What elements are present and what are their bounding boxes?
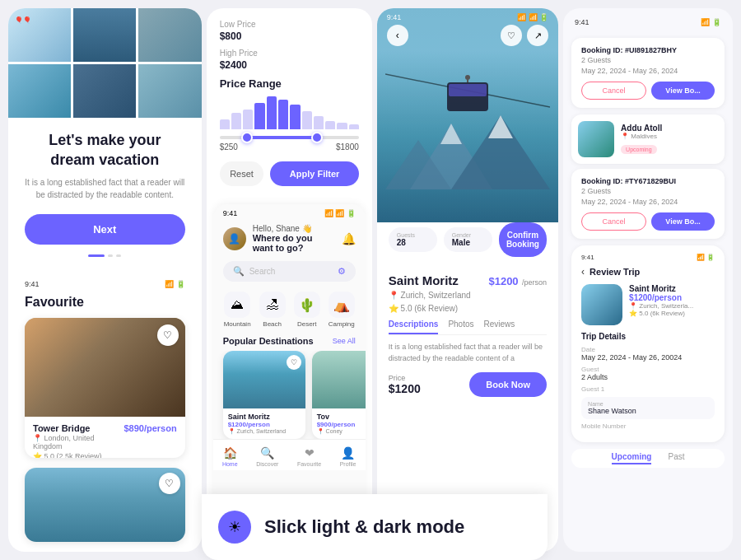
confirm-booking-button[interactable]: Confirm Booking: [499, 222, 547, 257]
filter-icon[interactable]: ⚙: [338, 266, 346, 277]
destination-card-1[interactable]: ♡ Saint Moritz $1200/person 📍 Zurich, Sw…: [223, 351, 305, 439]
ip-search-bar[interactable]: 🔍 Search ⚙: [223, 261, 356, 282]
view-button-2[interactable]: View Bo...: [651, 212, 715, 231]
second-card-image: ♡: [25, 468, 185, 542]
favourite-section: 9:41 📶 🔋 Favourite ♡ Tower Bridge 📍 Lond…: [8, 270, 202, 468]
low-price-value: $800: [220, 30, 359, 42]
tab-descriptions[interactable]: Descriptions: [389, 320, 439, 334]
dest-card-info-1: Saint Moritz $1200/person 📍 Zurich, Swit…: [223, 408, 305, 439]
high-price-label: High Price: [220, 49, 359, 58]
see-all-link[interactable]: See All: [333, 337, 356, 345]
bar-12: [349, 124, 359, 129]
nav-discover[interactable]: 🔍 Discover: [256, 446, 278, 467]
notification-bell[interactable]: 🔔: [342, 232, 356, 245]
booking-dates-2: May 22, 2024 - May 26, 2024: [581, 198, 715, 206]
favourite-card-details: Tower Bridge 📍 London, United Kingdom ⭐ …: [33, 423, 124, 458]
bar-8: [302, 111, 312, 129]
ip-time: 9:41: [223, 209, 238, 217]
onboarding-description: It is a long established fact that a rea…: [25, 176, 185, 201]
trip-details-title: Trip Details: [581, 332, 715, 341]
destination-detail-panel: 9:41 📶 📶 🔋 ‹ ♡ ↗: [377, 8, 558, 552]
guests-field: Guests 28: [389, 227, 437, 252]
apply-filter-button[interactable]: Apply Filter: [270, 161, 358, 186]
hero-image-3: [138, 8, 201, 62]
nav-profile[interactable]: 👤 Profile: [340, 446, 357, 467]
dot-1: [108, 254, 113, 257]
name-value: Shane Watson: [588, 407, 708, 415]
gender-field: Gender Male: [444, 227, 492, 252]
ip-status-icons: 📶 📶 🔋: [324, 209, 356, 217]
booking-status-icons: 📶 🔋: [701, 18, 721, 26]
mobile-label: Mobile Number: [581, 422, 715, 430]
favourite-card-info: Tower Bridge 📍 London, United Kingdom ⭐ …: [25, 417, 185, 458]
view-button-1[interactable]: View Bo...: [651, 82, 715, 100]
book-now-button[interactable]: Book Now: [469, 372, 547, 397]
dest-card-image-2: ♡: [312, 351, 366, 408]
dest-loc-2: 📍 Coney: [317, 428, 366, 435]
review-back-button[interactable]: ‹: [581, 266, 585, 278]
bar-5: [267, 96, 277, 129]
heart-button-2[interactable]: ♡: [159, 473, 180, 494]
nav-favourite-label: Favourite: [297, 461, 321, 467]
favourite-price: $890/person: [124, 423, 176, 433]
tab-reviews[interactable]: Reviews: [484, 320, 515, 334]
category-camping[interactable]: ⛺ Camping: [329, 292, 355, 328]
bar-4: [254, 103, 264, 129]
destination-card-addu: Addu Atoll 📍 Maldives Upcoming: [571, 114, 725, 164]
status-icons: 📶 🔋: [165, 280, 185, 288]
dest-card-image-1: ♡: [223, 351, 305, 408]
trip-guest-row: Guest 2 Adults: [581, 366, 715, 381]
beach-label: Beach: [263, 320, 282, 328]
cancel-button-2[interactable]: Cancel: [581, 212, 646, 231]
overlay-banner: ☀ Slick light & dark mode: [202, 494, 548, 560]
desert-icon: 🌵: [294, 292, 320, 318]
camping-label: Camping: [329, 320, 355, 328]
heart-button[interactable]: ♡: [157, 324, 179, 346]
next-button[interactable]: Next: [25, 214, 185, 245]
discover-icon: 🔍: [260, 446, 274, 460]
reset-button[interactable]: Reset: [220, 161, 264, 186]
category-beach[interactable]: 🏖 Beach: [259, 292, 286, 328]
onboarding-content: Let's make your dream vacation It is a l…: [8, 118, 202, 270]
bottom-navigation: 🏠 Home 🔍 Discover ❤ Favourite 👤 Profile: [213, 439, 366, 470]
booking-card-2: Booking ID: #TY671829BUI 2 Guests May 22…: [571, 169, 725, 239]
guests-value: 28: [397, 238, 429, 247]
category-desert[interactable]: 🌵 Desert: [294, 292, 320, 328]
nav-favourite[interactable]: ❤ Favourite: [297, 446, 321, 467]
destination-name: Saint Moritz: [389, 273, 459, 287]
booking-management-panel: 9:41 📶 🔋 Booking ID: #UI891827BHY 2 Gues…: [563, 8, 733, 552]
bar-9: [314, 116, 324, 129]
destination-location: 📍 Zurich, Switzerland: [389, 291, 547, 300]
category-mountain[interactable]: ⛰ Mountain: [224, 292, 251, 328]
hero-image-5: [73, 64, 136, 118]
slider-thumb-right[interactable]: [311, 132, 323, 143]
destination-card-2[interactable]: ♡ Tov $900/person 📍 Coney: [312, 351, 366, 439]
second-fav-section: ♡: [8, 468, 202, 552]
price-slider[interactable]: [220, 136, 359, 139]
ip-status-bar: 9:41 📶 📶 🔋: [213, 204, 366, 221]
bar-3: [243, 110, 253, 129]
onboarding-panel: 🎈🎈 Let's make your dream vacation It is …: [8, 8, 202, 552]
destination-price-row: $1200 /person: [488, 273, 547, 288]
dest-price-2: $900/person: [317, 421, 366, 428]
slider-thumb-left[interactable]: [241, 132, 253, 143]
high-price-value: $2400: [220, 59, 359, 71]
greeting-question: Where do you want to go?: [253, 233, 335, 253]
nav-home[interactable]: 🏠 Home: [222, 446, 238, 467]
trip-date-label: Date: [581, 346, 715, 353]
detail-status-icons: 📶 📶 🔋: [517, 13, 548, 21]
hero-images: 🎈🎈: [8, 8, 202, 118]
hero-image-6: [138, 64, 201, 118]
trip-guest1-label: Guest 1: [581, 385, 715, 393]
price-histogram: [220, 96, 359, 129]
camping-icon: ⛺: [329, 292, 355, 318]
destination-tabs: Descriptions Photos Reviews: [389, 320, 547, 335]
booking-header: 9:41 📶 🔋: [563, 8, 733, 38]
svg-rect-2: [449, 84, 487, 96]
cancel-button-1[interactable]: Cancel: [581, 82, 646, 100]
tab-photos[interactable]: Photos: [448, 320, 473, 334]
tab-upcoming[interactable]: Upcoming: [612, 452, 652, 464]
destination-main-image: 9:41 📶 📶 🔋 ‹ ♡ ↗: [377, 8, 558, 222]
dest-heart-1[interactable]: ♡: [287, 355, 301, 370]
tab-past[interactable]: Past: [668, 452, 684, 464]
